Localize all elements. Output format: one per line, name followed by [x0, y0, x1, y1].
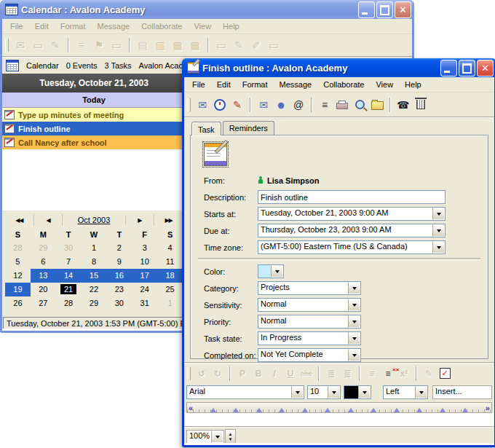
calendar-day-cell[interactable]: 9: [106, 255, 132, 269]
calendar-day-cell[interactable]: 8: [82, 255, 107, 269]
calendar-day-cell[interactable]: 17: [132, 269, 157, 283]
calendar-day-cell[interactable]: 22: [82, 283, 107, 296]
ruler-tab-marker[interactable]: [325, 405, 330, 412]
calendar-day-cell[interactable]: 31: [132, 296, 157, 310]
calendar-day-cell[interactable]: 30: [106, 296, 132, 310]
dial-icon[interactable]: ☎: [395, 97, 412, 113]
toolbar-grip[interactable]: [187, 98, 191, 111]
category-combobox[interactable]: Projects: [258, 281, 361, 295]
task-note-icon[interactable]: [204, 143, 227, 166]
zoom-spinner[interactable]: ▲▼: [225, 429, 236, 443]
send-icon[interactable]: ✉: [255, 97, 272, 113]
task-list-item[interactable]: Type up minutes of meeting: [2, 108, 186, 122]
ruler-left-margin-marker[interactable]: «: [189, 404, 193, 412]
chevron-down-icon[interactable]: [432, 208, 445, 220]
chevron-down-icon[interactable]: [348, 299, 360, 311]
font-color-combobox[interactable]: [344, 385, 371, 399]
menu-edit[interactable]: Edit: [212, 79, 236, 90]
sensitivity-combobox[interactable]: Normal: [258, 298, 361, 312]
new-appointment-icon[interactable]: [211, 97, 229, 113]
calendar-day-cell[interactable]: 26: [5, 296, 31, 310]
calendar-day-cell[interactable]: 15: [82, 269, 107, 283]
calendar-day-cell[interactable]: 1: [82, 241, 107, 255]
minimize-button[interactable]: [440, 60, 457, 76]
calendar-day-cell[interactable]: 16: [106, 269, 132, 283]
task-list-item[interactable]: Finish outline: [2, 122, 186, 135]
calendar-day-cell[interactable]: 23: [106, 283, 132, 296]
calendar-day-cell[interactable]: 27: [31, 296, 56, 310]
chevron-down-icon[interactable]: [432, 241, 445, 254]
chevron-down-icon[interactable]: [432, 224, 445, 237]
calendar-day-cell[interactable]: 29: [82, 296, 107, 310]
tab-reminders[interactable]: Reminders: [223, 121, 274, 135]
properties-icon[interactable]: ≡: [316, 97, 333, 113]
menu-file[interactable]: File: [187, 79, 210, 90]
calendar-titlebar[interactable]: Calendar : Avalon Academy: [0, 0, 414, 19]
ruler-right-margin-marker[interactable]: »: [486, 404, 490, 412]
calendar-day-cell[interactable]: 10: [132, 255, 157, 269]
calendar-day-cell[interactable]: 29: [31, 241, 56, 255]
prev-year-button[interactable]: ◀◀: [5, 214, 34, 226]
ruler-tab-marker[interactable]: [416, 405, 422, 412]
toolbar-grip[interactable]: [187, 367, 191, 380]
calendar-day-cell[interactable]: 30: [56, 241, 82, 255]
chevron-down-icon[interactable]: [358, 386, 371, 398]
align-combobox[interactable]: Left: [383, 385, 428, 399]
ruler-tab-marker[interactable]: [462, 405, 468, 412]
tab-task[interactable]: Task: [191, 122, 221, 135]
new-task-icon[interactable]: ✎: [229, 97, 246, 113]
ruler-tab-marker[interactable]: [210, 405, 216, 412]
contact-icon[interactable]: ☻: [272, 97, 290, 113]
calendar-day-cell[interactable]: 2: [106, 241, 132, 255]
calendar-day-cell[interactable]: 19: [5, 283, 31, 296]
task-state-combobox[interactable]: In Progress: [258, 331, 361, 345]
calendar-day-cell[interactable]: 18: [157, 269, 183, 283]
menu-collaborate[interactable]: Collaborate: [318, 79, 369, 90]
menu-message[interactable]: Message: [274, 79, 317, 90]
insert-combobox[interactable]: Insert...: [432, 385, 492, 399]
chevron-down-icon[interactable]: [211, 431, 223, 443]
calendar-day-cell[interactable]: 6: [31, 255, 56, 269]
ruler-tab-marker[interactable]: [440, 405, 446, 412]
calendar-day-cell[interactable]: 21: [56, 283, 82, 296]
priority-combobox[interactable]: Normal: [258, 315, 361, 329]
ruler-tab-marker[interactable]: [233, 405, 239, 412]
minimize-button[interactable]: [358, 1, 375, 18]
delete-icon[interactable]: [412, 97, 429, 113]
next-year-button[interactable]: ▶▶: [154, 214, 183, 226]
ruler-tab-marker[interactable]: [348, 405, 354, 412]
ruler[interactable]: «»: [186, 402, 492, 413]
chevron-down-icon[interactable]: [348, 332, 360, 345]
zoom-combobox[interactable]: 100%: [186, 430, 224, 443]
calendar-day-cell[interactable]: 5: [5, 255, 31, 269]
close-button[interactable]: [477, 60, 494, 76]
chevron-down-icon[interactable]: [348, 282, 360, 294]
completed-combobox[interactable]: Not Yet Complete: [258, 348, 361, 362]
calendar-day-cell[interactable]: 28: [5, 241, 31, 255]
ruler-tab-marker[interactable]: [394, 405, 400, 412]
spellcheck-icon[interactable]: ✓: [437, 366, 453, 382]
toolbar-grip[interactable]: [5, 39, 9, 52]
print-icon[interactable]: [333, 97, 351, 113]
chevron-down-icon[interactable]: [271, 265, 283, 278]
menu-view[interactable]: View: [371, 79, 398, 90]
description-input[interactable]: [258, 190, 446, 204]
calendar-day-cell[interactable]: 13: [31, 269, 56, 283]
chevron-down-icon[interactable]: [348, 315, 360, 328]
maximize-button[interactable]: [459, 60, 475, 76]
close-button[interactable]: [395, 1, 411, 18]
color-combobox[interactable]: [258, 264, 284, 278]
ruler-tab-marker[interactable]: [371, 405, 376, 412]
calendar-day-cell[interactable]: 4: [157, 241, 183, 255]
calendar-day-cell[interactable]: 14: [56, 269, 82, 283]
note-edit-area[interactable]: [185, 413, 494, 427]
menu-format[interactable]: Format: [237, 79, 273, 90]
next-month-button[interactable]: ▶: [126, 214, 155, 226]
address-book-icon[interactable]: @: [290, 97, 307, 113]
menu-help[interactable]: Help: [400, 79, 427, 90]
calendar-day-cell[interactable]: 3: [132, 241, 157, 255]
chevron-down-icon[interactable]: [328, 386, 340, 398]
chevron-down-icon[interactable]: [291, 386, 304, 398]
calendar-day-cell[interactable]: 28: [56, 296, 82, 310]
font-combobox[interactable]: Arial: [186, 385, 304, 399]
